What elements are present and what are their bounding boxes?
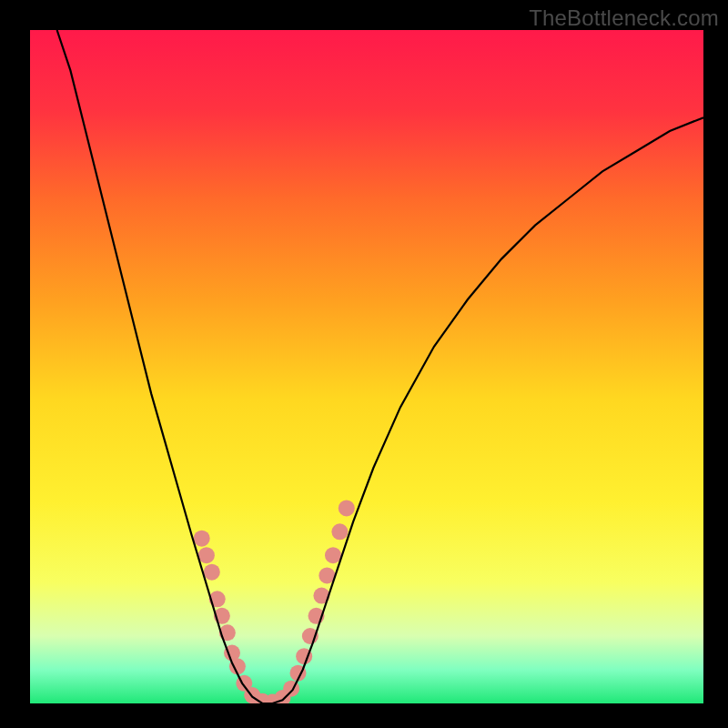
data-marker	[194, 531, 210, 547]
chart-svg	[30, 30, 703, 703]
data-marker	[331, 523, 348, 540]
marker-group	[194, 500, 355, 703]
watermark-text: TheBottleneck.com	[529, 5, 719, 31]
plot-area	[30, 30, 703, 703]
data-marker	[325, 547, 341, 563]
data-marker	[339, 500, 355, 516]
curve-line	[57, 30, 703, 703]
data-marker	[198, 547, 215, 563]
data-marker	[204, 564, 220, 581]
